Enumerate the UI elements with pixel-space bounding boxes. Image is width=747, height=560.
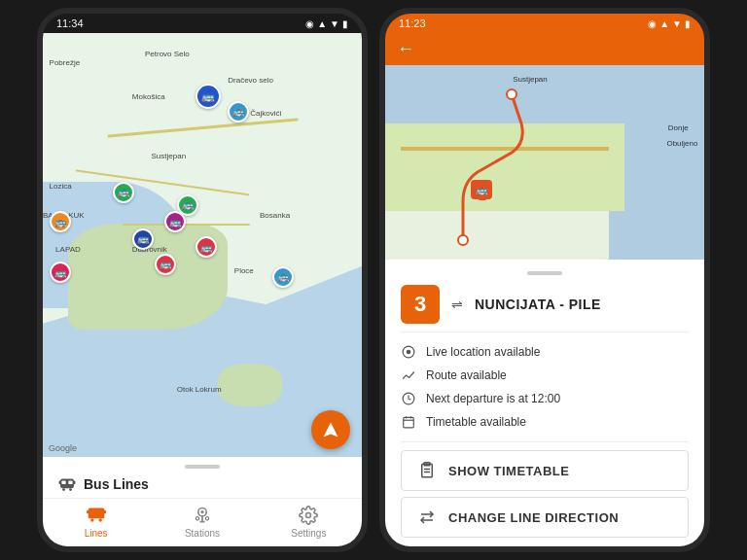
- svg-point-3: [62, 488, 65, 491]
- route-chart-icon: [402, 368, 415, 382]
- svg-rect-6: [68, 481, 72, 485]
- label-obuljeno: Obuljeno: [666, 139, 697, 148]
- navigation-icon: [322, 421, 339, 438]
- wifi-icon-1: ▼: [330, 18, 339, 29]
- signal-icon-2: ▲: [659, 18, 669, 29]
- timetable-available-text: Timetable available: [426, 415, 526, 429]
- svg-point-17: [205, 517, 208, 520]
- map-area-1: Pobrežje Petrovo Selo Mokošica Dračevo s…: [43, 33, 362, 457]
- bus-marker-blue-2[interactable]: 🚌: [228, 101, 249, 122]
- google-label: Google: [49, 443, 77, 453]
- status-bar-1: 11:34 ◉ ▲ ▼ ▮: [43, 14, 362, 33]
- route-text: Route available: [426, 368, 507, 382]
- bus-marker-red-2[interactable]: 🚌: [155, 254, 176, 275]
- route-icon: [401, 368, 416, 383]
- bus-marker-blue-3[interactable]: 🚌: [272, 266, 294, 288]
- status-bar-2: 11:23 ◉ ▲ ▼ ▮: [385, 14, 704, 33]
- map-area-2: 🚌 Sustjepan Donje Obuljeno: [385, 65, 704, 260]
- location-icon-2: ◉: [648, 18, 657, 29]
- road-1: [107, 118, 298, 137]
- svg-point-4: [69, 488, 72, 491]
- phone-1: 11:34 ◉ ▲ ▼ ▮ Pobrežje: [37, 8, 368, 552]
- clock-icon: [401, 391, 416, 406]
- location-fab[interactable]: [311, 410, 350, 449]
- label-ploce: Ploce: [234, 266, 254, 275]
- info-panel: 3 ⇌ NUNCIJATA - PILE Live location avail…: [385, 260, 704, 546]
- swap-icon: [418, 508, 436, 526]
- show-timetable-label: SHOW TIMETABLE: [448, 464, 569, 478]
- bus-marker-blue-1[interactable]: 🚌: [196, 84, 221, 109]
- svg-rect-27: [404, 417, 414, 428]
- map-background-2: 🚌 Sustjepan Donje Obuljeno: [385, 65, 704, 260]
- lines-nav-icon: [86, 505, 107, 526]
- time-2: 11:23: [399, 18, 426, 29]
- signal-icon-1: ▲: [317, 18, 327, 29]
- svg-rect-8: [87, 510, 89, 513]
- bus-marker-navy-1[interactable]: 🚌: [132, 228, 154, 250]
- bus-lines-title: Bus Lines: [84, 476, 149, 492]
- route-item: Route available: [401, 364, 689, 387]
- label-bosanka: Bosanka: [260, 211, 290, 220]
- svg-point-11: [98, 518, 101, 521]
- bus-marker-green-1[interactable]: 🚌: [113, 182, 134, 203]
- label-lokrum: Otok Lokrum: [177, 385, 222, 394]
- direction-btn-icon: [417, 508, 437, 527]
- label-lozica: Lozica: [50, 182, 72, 191]
- battery-icon-1: ▮: [342, 18, 348, 29]
- bus-marker-orange-1[interactable]: 🚌: [50, 211, 71, 232]
- circle-dot-icon: [402, 345, 415, 359]
- bus-icon: [58, 477, 76, 491]
- gear-icon: [299, 506, 318, 525]
- phones-container: 11:34 ◉ ▲ ▼ ▮ Pobrežje: [37, 8, 710, 552]
- phone2-header: ←: [385, 33, 704, 65]
- stations-nav-icon: [192, 505, 213, 526]
- svg-rect-5: [61, 481, 65, 485]
- label-sustjepan: Sustjepan: [152, 152, 187, 160]
- wifi-icon-2: ▼: [672, 18, 682, 29]
- status-icons-1: ◉ ▲ ▼ ▮: [305, 18, 348, 29]
- road-3: [123, 224, 250, 226]
- line-name: NUNCIJATA - PILE: [475, 297, 601, 312]
- svg-point-25: [407, 350, 410, 354]
- label-petrovo: Petrovo Selo: [145, 50, 190, 58]
- svg-point-16: [196, 517, 198, 520]
- svg-point-19: [458, 235, 468, 245]
- label-cajkovici: Čajkovići: [250, 109, 281, 118]
- live-location-text: Live location available: [426, 345, 540, 359]
- svg-rect-9: [103, 510, 106, 513]
- svg-text:🚌: 🚌: [476, 184, 488, 196]
- change-direction-button[interactable]: CHANGE LINE DIRECTION: [401, 497, 689, 538]
- panel-handle-1[interactable]: [185, 465, 220, 469]
- live-icon: [401, 344, 416, 360]
- stations-nav-label: Stations: [185, 528, 220, 539]
- bus-lines-header: Bus Lines: [58, 476, 346, 498]
- svg-point-13: [200, 510, 203, 513]
- label-pobreze: Pobrežje: [50, 58, 81, 67]
- bus-marker-pink-1[interactable]: 🚌: [50, 262, 71, 283]
- line-number: 3: [401, 285, 440, 324]
- live-location-item: Live location available: [401, 340, 689, 364]
- svg-point-18: [306, 513, 311, 518]
- show-timetable-button[interactable]: SHOW TIMETABLE: [401, 450, 689, 491]
- svg-point-21: [507, 89, 516, 99]
- phone-2: 11:23 ◉ ▲ ▼ ▮ ←: [379, 8, 710, 552]
- nav-stations[interactable]: Stations: [149, 499, 255, 546]
- timetable-icon: [401, 414, 416, 430]
- location-icon-1: ◉: [305, 18, 314, 29]
- bus-marker-purple-1[interactable]: 🚌: [164, 211, 186, 232]
- divider-2: [401, 441, 689, 442]
- back-button[interactable]: ←: [397, 39, 414, 59]
- stations-icon: [193, 506, 212, 525]
- settings-nav-label: Settings: [291, 528, 326, 539]
- departure-text: Next departure is at 12:00: [426, 392, 560, 405]
- nav-lines[interactable]: Lines: [43, 499, 149, 546]
- svg-rect-1: [59, 481, 61, 485]
- svg-point-10: [90, 518, 93, 521]
- panel-handle-2[interactable]: [527, 271, 562, 275]
- calendar-icon: [402, 415, 415, 429]
- timetable-item: Timetable available: [401, 410, 689, 434]
- bottom-nav-1: Lines Stations: [43, 498, 362, 546]
- label-dracevo: Dračevo selo: [228, 76, 273, 85]
- status-icons-2: ◉ ▲ ▼ ▮: [648, 18, 691, 29]
- nav-settings[interactable]: Settings: [256, 499, 362, 546]
